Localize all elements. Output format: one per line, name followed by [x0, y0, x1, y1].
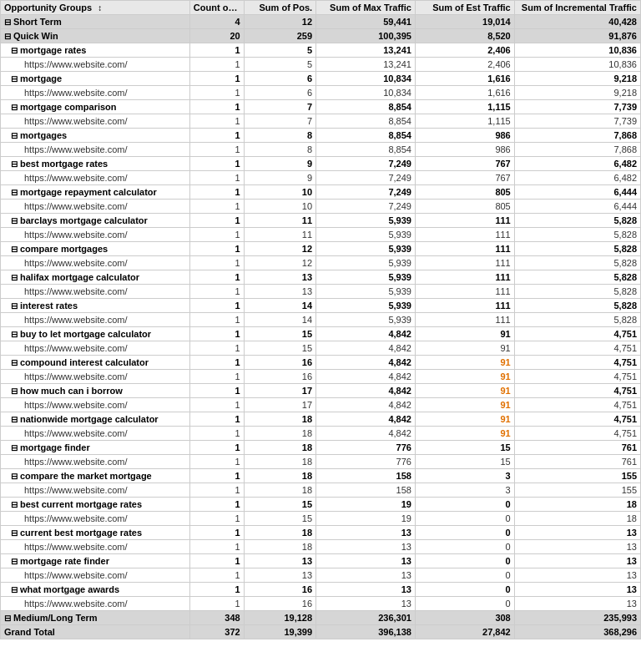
url-row: https://www.website.com/ 1 14 5,939 111 … [1, 313, 641, 327]
keyword-row: ⊟what mortgage awards 1 16 13 0 13 [1, 583, 641, 597]
url-count: 1 [189, 341, 244, 356]
keyword-max-traffic: 5,939 [316, 242, 416, 256]
group-row: ⊟Quick Win 20 259 100,395 8,520 91,876 [1, 29, 641, 43]
url-max-traffic: 13 [316, 540, 416, 554]
url-max-traffic: 13,241 [316, 58, 416, 72]
url-max-traffic: 7,249 [316, 171, 416, 185]
keyword-max-traffic: 4,842 [316, 356, 416, 370]
url-est-traffic: 15 [415, 455, 514, 469]
url-max-traffic: 7,249 [316, 200, 416, 214]
keyword-label: ⊟mortgage repayment calculator [1, 185, 190, 200]
keyword-label: ⊟mortgages [1, 129, 190, 143]
group-keyword-count: 20 [189, 29, 244, 43]
url-max-traffic: 8,854 [316, 114, 416, 129]
url-row: https://www.website.com/ 1 9 7,249 767 6… [1, 171, 641, 185]
group-keyword-count: 348 [189, 611, 244, 625]
keyword-count: 1 [189, 554, 244, 568]
keyword-label: ⊟compare the market mortgage [1, 469, 190, 483]
keyword-pos: 18 [244, 441, 315, 455]
keyword-row: ⊟mortgage 1 6 10,834 1,616 9,218 [1, 72, 641, 86]
col-header-group[interactable]: Opportunity Groups ↕ [1, 1, 190, 15]
group-pos: 259 [244, 29, 315, 43]
url-max-traffic: 13 [316, 597, 416, 611]
url-row: https://www.website.com/ 1 18 158 3 155 [1, 483, 641, 498]
url-pos: 7 [244, 114, 315, 129]
group-label: ⊟Quick Win [1, 29, 190, 43]
keyword-label: ⊟best current mortgage rates [1, 498, 190, 512]
url-pos: 15 [244, 341, 315, 356]
keyword-pos: 13 [244, 554, 315, 568]
url-label: https://www.website.com/ [1, 427, 190, 441]
url-count: 1 [189, 143, 244, 157]
keyword-inc-traffic: 18 [514, 498, 640, 512]
keyword-max-traffic: 13 [316, 583, 416, 597]
keyword-label: ⊟mortgage comparison [1, 100, 190, 114]
group-label: ⊟Short Term [1, 15, 190, 29]
group-inc-traffic: 91,876 [514, 29, 640, 43]
keyword-row: ⊟nationwide mortgage calculator 1 18 4,8… [1, 412, 641, 427]
url-max-traffic: 776 [316, 455, 416, 469]
group-est-traffic: 8,520 [415, 29, 514, 43]
keyword-count: 1 [189, 469, 244, 483]
keyword-label: ⊟compound interest calculator [1, 356, 190, 370]
url-row: https://www.website.com/ 1 17 4,842 91 4… [1, 398, 641, 412]
keyword-max-traffic: 5,939 [316, 299, 416, 313]
url-label: https://www.website.com/ [1, 313, 190, 327]
url-count: 1 [189, 200, 244, 214]
url-label: https://www.website.com/ [1, 512, 190, 526]
keyword-est-traffic: 111 [415, 299, 514, 313]
keyword-est-traffic: 111 [415, 270, 514, 285]
keyword-pos: 8 [244, 129, 315, 143]
url-inc-traffic: 4,751 [514, 427, 640, 441]
keyword-row: ⊟mortgage repayment calculator 1 10 7,24… [1, 185, 641, 200]
url-pos: 5 [244, 58, 315, 72]
url-row: https://www.website.com/ 1 12 5,939 111 … [1, 256, 641, 270]
keyword-label: ⊟halifax mortgage calculator [1, 270, 190, 285]
group-est-traffic: 19,014 [415, 15, 514, 29]
url-est-traffic: 111 [415, 228, 514, 242]
keyword-inc-traffic: 4,751 [514, 356, 640, 370]
keyword-pos: 6 [244, 72, 315, 86]
url-label: https://www.website.com/ [1, 58, 190, 72]
url-row: https://www.website.com/ 1 10 7,249 805 … [1, 200, 641, 214]
keyword-max-traffic: 7,249 [316, 157, 416, 171]
url-est-traffic: 0 [415, 512, 514, 526]
url-pos: 18 [244, 427, 315, 441]
url-row: https://www.website.com/ 1 11 5,939 111 … [1, 228, 641, 242]
keyword-pos: 9 [244, 157, 315, 171]
keyword-est-traffic: 0 [415, 583, 514, 597]
group-max-traffic: 236,301 [316, 611, 416, 625]
keyword-est-traffic: 91 [415, 412, 514, 427]
keyword-max-traffic: 19 [316, 498, 416, 512]
keyword-label: ⊟interest rates [1, 299, 190, 313]
col-header-incremental-traffic: Sum of Incremental Traffic [514, 1, 640, 15]
url-max-traffic: 5,939 [316, 256, 416, 270]
col-header-max-traffic: Sum of Max Traffic [316, 1, 416, 15]
keyword-row: ⊟compare mortgages 1 12 5,939 111 5,828 [1, 242, 641, 256]
keyword-est-traffic: 0 [415, 498, 514, 512]
keyword-row: ⊟best current mortgage rates 1 15 19 0 1… [1, 498, 641, 512]
group-row: ⊟Medium/Long Term 348 19,128 236,301 308… [1, 611, 641, 625]
keyword-max-traffic: 4,842 [316, 384, 416, 398]
keyword-count: 1 [189, 356, 244, 370]
keyword-est-traffic: 0 [415, 526, 514, 540]
keyword-est-traffic: 91 [415, 327, 514, 341]
url-max-traffic: 158 [316, 483, 416, 498]
keyword-est-traffic: 1,115 [415, 100, 514, 114]
url-count: 1 [189, 285, 244, 299]
keyword-label: ⊟mortgage finder [1, 441, 190, 455]
url-count: 1 [189, 568, 244, 583]
url-inc-traffic: 4,751 [514, 341, 640, 356]
url-count: 1 [189, 427, 244, 441]
url-inc-traffic: 5,828 [514, 256, 640, 270]
url-max-traffic: 4,842 [316, 398, 416, 412]
keyword-inc-traffic: 7,739 [514, 100, 640, 114]
url-max-traffic: 13 [316, 568, 416, 583]
sort-icon[interactable]: ↕ [98, 3, 102, 13]
url-est-traffic: 91 [415, 341, 514, 356]
keyword-count: 1 [189, 214, 244, 228]
url-inc-traffic: 155 [514, 483, 640, 498]
keyword-row: ⊟interest rates 1 14 5,939 111 5,828 [1, 299, 641, 313]
url-inc-traffic: 13 [514, 568, 640, 583]
url-label: https://www.website.com/ [1, 455, 190, 469]
